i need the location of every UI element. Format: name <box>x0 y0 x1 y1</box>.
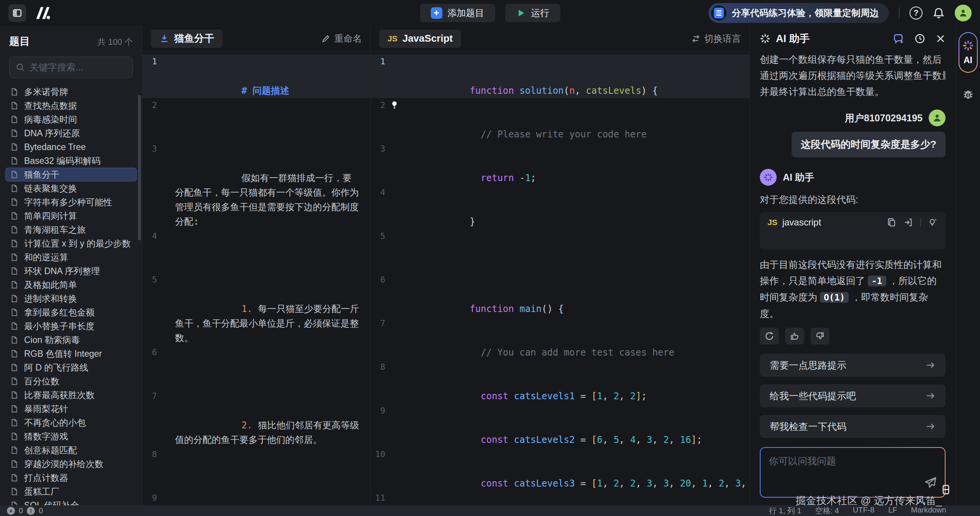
marscode-logo[interactable] <box>33 5 53 21</box>
problem-list-item[interactable]: 及格如此简单 <box>5 278 137 292</box>
arrow-right-icon <box>926 360 936 370</box>
insert-code-icon[interactable] <box>903 217 913 227</box>
markdown-line[interactable]: 5 1. 每一只猫至少要分配一斤鱼干，鱼干分配最小单位是斤，必须保证是整数。 <box>142 273 370 345</box>
sidebar-toggle-button[interactable] <box>8 4 26 22</box>
markdown-editor[interactable]: 1 # 问题描述 2 3 假如有一群猫排成一行，要分配鱼干，每一只 <box>142 51 370 505</box>
problem-list-item[interactable]: 创意标题匹配 <box>5 443 137 457</box>
debug-bug-icon[interactable] <box>962 88 974 100</box>
search-box[interactable] <box>9 57 133 78</box>
ai-code-block-header: JS javascript <box>760 212 946 233</box>
problem-title: 百分位数 <box>24 376 59 387</box>
problem-list-item[interactable]: Bytedance Tree <box>5 140 137 154</box>
problem-list-item[interactable]: 暴雨梨花针 <box>5 402 137 416</box>
problem-list-item[interactable]: 青海湖租车之旅 <box>5 223 137 237</box>
problem-list-item[interactable]: 多米诺骨牌 <box>5 85 137 99</box>
line-number: 3 <box>142 142 175 229</box>
problem-list-item[interactable]: 计算位置 x 到 y 的最少步数 <box>5 237 137 250</box>
problem-list-item[interactable]: 穿越沙漠的补给次数 <box>5 457 137 471</box>
ai-lead-text: 对于您提供的这段代码: <box>760 193 946 206</box>
problem-list-item[interactable]: 最小替换子串长度 <box>5 319 137 333</box>
search-input[interactable] <box>29 62 126 73</box>
code-line[interactable]: 2 // Please write your code here <box>371 98 749 142</box>
suggestion-button[interactable]: 帮我检查一下代码 <box>760 415 946 438</box>
problem-list-item[interactable]: DNA 序列还原 <box>5 126 137 140</box>
problem-list-item[interactable]: 字符串有多少种可能性 <box>5 195 137 209</box>
markdown-line[interactable]: 4 <box>142 229 370 273</box>
language-tab[interactable]: JS JavaScript <box>379 29 461 48</box>
markdown-line[interactable]: 1 # 问题描述 <box>142 54 370 98</box>
problem-list-item[interactable]: 猫鱼分干 <box>5 168 137 181</box>
add-problem-label: 添加题目 <box>448 7 484 19</box>
thumbs-down-button[interactable] <box>810 328 829 345</box>
problem-list-item[interactable]: 链表聚集交换 <box>5 181 137 195</box>
problem-list-item[interactable]: 打点计数器 <box>5 471 137 485</box>
problem-list-item[interactable]: 进制求和转换 <box>5 292 137 305</box>
sidebar-scrollbar[interactable] <box>138 95 141 240</box>
markdown-line[interactable]: 8 <box>142 447 370 491</box>
regenerate-button[interactable] <box>760 328 779 345</box>
switch-language-button[interactable]: 切换语言 <box>691 33 741 45</box>
problem-list-item[interactable]: 比赛最高获胜次数 <box>5 388 137 402</box>
problem-list-item[interactable]: RGB 色值转 Integer <box>5 347 137 361</box>
problem-list-item[interactable]: 不再贪心的小包 <box>5 416 137 429</box>
help-icon[interactable]: ? <box>910 7 923 20</box>
problem-list-item[interactable]: 百分位数 <box>5 374 137 388</box>
markdown-line[interactable]: 6 <box>142 345 370 389</box>
problem-list-item[interactable]: 和的逆运算 <box>5 250 137 264</box>
run-button[interactable]: 运行 <box>505 4 560 22</box>
code-line-content: // You can add more test cases here <box>403 316 749 360</box>
problem-list-item[interactable]: 病毒感染时间 <box>5 113 137 126</box>
markdown-line[interactable]: 7 2. 猫比他们邻居有更高等级值的分配的鱼干要多于他们的邻居。 <box>142 389 370 447</box>
ai-rail-toggle[interactable]: AI <box>959 32 978 73</box>
code-line[interactable]: 1 function solution(n, catsLevels) { <box>371 54 749 98</box>
code-token: [ <box>591 391 597 402</box>
problem-count: 共 100 个 <box>97 36 133 48</box>
problem-list-item[interactable]: 查找热点数据 <box>5 99 137 113</box>
suggestion-button[interactable]: 需要一点思路提示 <box>760 354 946 377</box>
add-problem-button[interactable]: + 添加题目 <box>420 4 495 22</box>
problem-list-item[interactable]: 简单四则计算 <box>5 209 137 223</box>
problem-list-item[interactable]: 环状 DNA 序列整理 <box>5 264 137 278</box>
markdown-line[interactable]: 3 假如有一群猫排成一行，要分配鱼干，每一只猫都有一个等级值。你作为管理员有很多… <box>142 142 370 229</box>
code-editor[interactable]: 1 function solution(n, catsLevels) { 2 /… <box>371 51 749 505</box>
send-icon[interactable] <box>924 476 937 489</box>
code-line[interactable]: 3 return -1; <box>371 142 749 185</box>
problem-list-item[interactable]: SQL 代码补全 <box>5 498 137 505</box>
rename-button[interactable]: 重命名 <box>321 33 362 45</box>
code-line[interactable]: 11 console.log(solution(3, catsLevels1) … <box>371 491 749 505</box>
new-chat-icon[interactable] <box>893 33 904 44</box>
problem-list-item[interactable]: 蛋糕工厂 <box>5 485 137 498</box>
promo-banner[interactable]: 分享代码练习体验，领限量定制周边 <box>708 3 889 23</box>
problem-list-item[interactable]: 猜数字游戏 <box>5 429 137 443</box>
copy-icon[interactable] <box>887 217 897 227</box>
lightbulb-icon[interactable] <box>390 100 399 109</box>
markdown-line[interactable]: 2 <box>142 98 370 142</box>
code-line[interactable]: 7 // You can add more test cases here <box>371 316 749 360</box>
problem-list-item[interactable]: Cion 勒索病毒 <box>5 333 137 347</box>
code-line[interactable]: 10 const catsLevels3 = [1, 2, 2, 3, 3, 2… <box>371 447 749 491</box>
ai-chat-scroll[interactable]: 创建一个数组保存每只猫的鱼干数量，然后通过两次遍历根据猫的等级关系调整鱼干数量，… <box>750 51 955 438</box>
ai-chat-input[interactable] <box>760 447 946 498</box>
lightbulb-spark-icon[interactable] <box>928 217 938 227</box>
problems-status[interactable]: × 0 ! 0 <box>7 506 43 515</box>
notifications-bell-icon[interactable] <box>933 7 945 19</box>
markdown-line[interactable]: 9 为了满足上边的分配规则，需要得到需要的最少鱼干数量。 <box>142 491 370 505</box>
problem-tab[interactable]: 猫鱼分干 <box>151 29 223 48</box>
problem-list-item[interactable]: 拿到最多红包金额 <box>5 305 137 319</box>
code-line[interactable]: 4 } <box>371 185 749 229</box>
code-line[interactable]: 8 const catsLevels1 = [1, 2, 2]; <box>371 360 749 403</box>
code-line[interactable]: 6 function main() { <box>371 273 749 316</box>
problem-list-item[interactable]: 阿 D 的飞行路线 <box>5 361 137 374</box>
problem-list-item[interactable]: Base32 编码和解码 <box>5 154 137 168</box>
promo-doc-icon <box>711 5 726 21</box>
code-token: , <box>602 391 614 402</box>
history-icon[interactable] <box>914 33 926 44</box>
thumbs-up-button[interactable] <box>785 328 804 345</box>
code-line-content: const catsLevels2 = [6, 5, 4, 3, 2, 16]; <box>403 403 749 447</box>
code-line[interactable]: 9 const catsLevels2 = [6, 5, 4, 3, 2, 16… <box>371 403 749 447</box>
suggestion-button[interactable]: 给我一些代码提示吧 <box>760 384 946 407</box>
code-line[interactable]: 5 <box>371 229 749 273</box>
panel-toggle-icon[interactable] <box>940 484 952 495</box>
user-avatar[interactable] <box>955 5 972 21</box>
close-icon[interactable] <box>936 34 946 44</box>
